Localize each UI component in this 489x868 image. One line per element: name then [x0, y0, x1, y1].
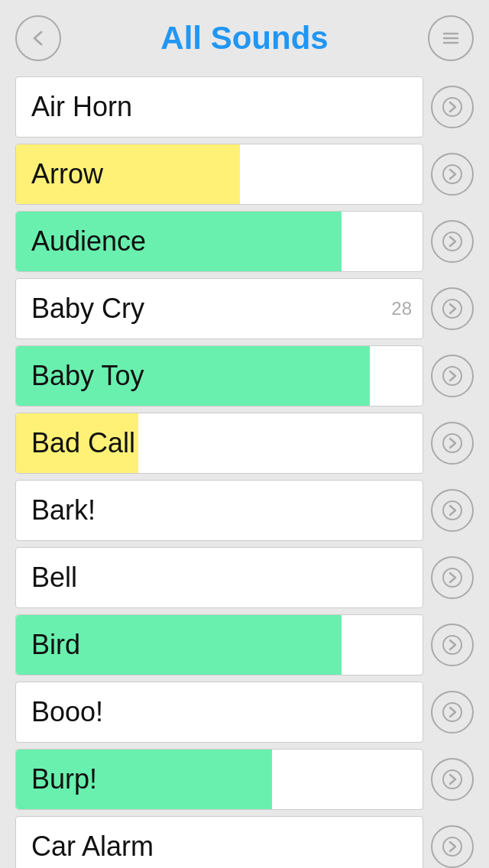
sound-item-baby-toy[interactable]: Baby Toy — [15, 345, 423, 406]
svg-point-12 — [443, 636, 461, 654]
sound-label-bird: Bird — [16, 629, 80, 661]
sound-item-audience[interactable]: Audience — [15, 211, 423, 272]
nav-button-bark[interactable] — [431, 489, 474, 532]
sound-label-booo: Booo! — [16, 696, 103, 728]
sound-label-air-horn: Air Horn — [16, 91, 132, 123]
sound-label-burp: Burp! — [16, 763, 97, 795]
list-row: Arrow — [15, 144, 474, 205]
sound-item-bell[interactable]: Bell — [15, 547, 423, 608]
nav-button-booo[interactable] — [431, 691, 474, 734]
sound-item-baby-cry[interactable]: Baby Cry28 — [15, 278, 423, 339]
sound-label-baby-cry: Baby Cry — [16, 293, 144, 325]
sound-label-bad-call: Bad Call — [16, 427, 135, 459]
list-row: Booo! — [15, 682, 474, 743]
sound-item-booo[interactable]: Booo! — [15, 682, 423, 743]
svg-point-15 — [443, 837, 461, 856]
page-title: All Sounds — [160, 20, 328, 57]
svg-point-5 — [443, 165, 461, 183]
svg-point-10 — [443, 501, 461, 520]
list-row: Air Horn — [15, 76, 474, 138]
nav-button-bad-call[interactable] — [431, 422, 474, 465]
sound-label-baby-toy: Baby Toy — [16, 360, 144, 392]
nav-button-car-alarm[interactable] — [431, 825, 474, 868]
nav-button-baby-cry[interactable] — [431, 287, 474, 330]
nav-button-bird[interactable] — [431, 623, 474, 666]
list-row: Bark! — [15, 480, 474, 541]
list-row: Audience — [15, 211, 474, 272]
nav-button-air-horn[interactable] — [431, 86, 474, 128]
svg-point-11 — [443, 568, 461, 587]
sound-item-burp[interactable]: Burp! — [15, 749, 423, 810]
sound-item-bark[interactable]: Bark! — [15, 480, 423, 541]
list-row: Baby Cry28 — [15, 278, 474, 339]
list-row: Bird — [15, 614, 474, 675]
list-row: Baby Toy — [15, 345, 474, 406]
sound-label-bark: Bark! — [16, 494, 96, 526]
svg-point-13 — [443, 703, 461, 721]
nav-button-bell[interactable] — [431, 556, 474, 599]
nav-button-baby-toy[interactable] — [431, 355, 474, 397]
svg-point-7 — [443, 300, 461, 318]
nav-button-burp[interactable] — [431, 758, 474, 801]
svg-point-8 — [443, 367, 461, 385]
svg-point-14 — [443, 770, 461, 789]
nav-button-arrow[interactable] — [431, 153, 474, 196]
list-row: Bell — [15, 547, 474, 608]
svg-point-9 — [443, 434, 461, 452]
sound-badge-baby-cry: 28 — [391, 298, 412, 319]
nav-button-audience[interactable] — [431, 220, 474, 263]
list-row: Bad Call — [15, 413, 474, 474]
svg-point-4 — [443, 98, 461, 116]
sound-label-car-alarm: Car Alarm — [16, 831, 154, 863]
list-row: Burp! — [15, 749, 474, 810]
sound-item-bird[interactable]: Bird — [15, 614, 423, 675]
header: All Sounds — [0, 0, 489, 69]
sound-item-arrow[interactable]: Arrow — [15, 144, 423, 205]
sound-label-bell: Bell — [16, 562, 77, 594]
svg-point-0 — [28, 28, 48, 48]
sound-label-audience: Audience — [16, 225, 146, 257]
sounds-list: Air Horn Arrow Audience Baby Cry28 Baby … — [0, 69, 489, 868]
sound-item-car-alarm[interactable]: Car Alarm — [15, 816, 423, 868]
sound-item-bad-call[interactable]: Bad Call — [15, 413, 423, 474]
list-row: Car Alarm — [15, 816, 474, 868]
sound-item-air-horn[interactable]: Air Horn — [15, 76, 423, 138]
back-button[interactable] — [15, 15, 61, 61]
sound-label-arrow: Arrow — [16, 158, 103, 190]
svg-point-6 — [443, 232, 461, 251]
menu-button[interactable] — [428, 15, 474, 61]
